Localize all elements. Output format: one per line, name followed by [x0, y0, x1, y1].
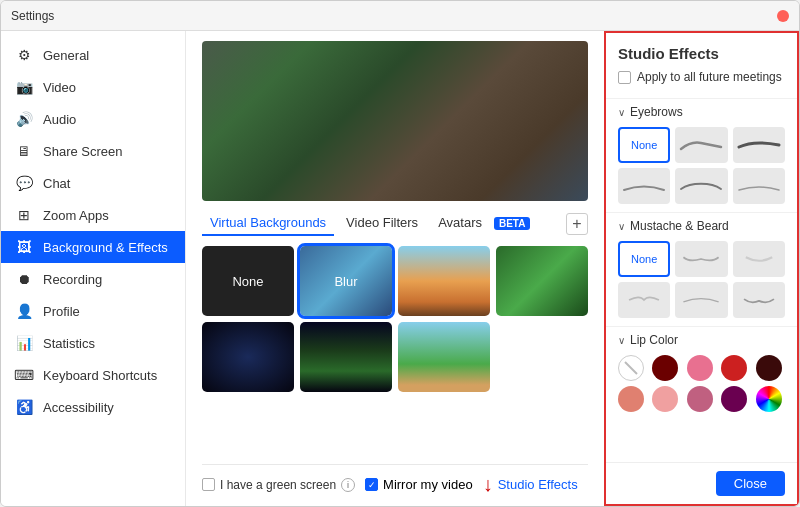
- lip-color-red[interactable]: [721, 355, 747, 381]
- mirror-text: Mirror my video: [383, 477, 473, 492]
- sidebar-label-audio: Audio: [43, 112, 76, 127]
- eyebrow-style-1[interactable]: [675, 127, 727, 163]
- titlebar: Settings ✕: [1, 1, 799, 31]
- mustache-style-3[interactable]: [618, 282, 670, 318]
- sidebar-label-recording: Recording: [43, 272, 102, 287]
- bottom-bar: I have a green screen i ✓ Mirror my vide…: [202, 464, 588, 496]
- lip-color-lightpink[interactable]: [652, 386, 678, 412]
- window-close-button[interactable]: ✕: [777, 10, 789, 22]
- sidebar-label-background-effects: Background & Effects: [43, 240, 168, 255]
- green-screen-label[interactable]: I have a green screen i: [202, 478, 355, 492]
- mustache-style-5[interactable]: [733, 282, 785, 318]
- eyebrow-svg-5: [734, 178, 784, 194]
- eyebrow-style-4[interactable]: [675, 168, 727, 204]
- background-effects-icon: 🖼: [15, 238, 33, 256]
- eyebrow-svg-1: [676, 137, 726, 153]
- lip-color-salmon[interactable]: [618, 386, 644, 412]
- lip-color-none[interactable]: [618, 355, 644, 381]
- mustache-svg-2: [737, 249, 781, 269]
- accessibility-icon: ♿: [15, 398, 33, 416]
- bg-tile-beach[interactable]: [398, 322, 490, 392]
- mustache-svg-3: [622, 290, 666, 310]
- lip-color-rainbow[interactable]: [756, 386, 782, 412]
- bg-tile-golden-gate[interactable]: [398, 246, 490, 316]
- mustache-svg-5: [737, 290, 781, 310]
- beta-badge: BETA: [494, 217, 530, 230]
- apply-row: Apply to all future meetings: [618, 70, 785, 84]
- mustache-none[interactable]: None: [618, 241, 670, 277]
- mirror-row[interactable]: ✓ Mirror my video: [365, 477, 473, 492]
- sidebar-item-share-screen[interactable]: 🖥Share Screen: [1, 135, 185, 167]
- sidebar-item-chat[interactable]: 💬Chat: [1, 167, 185, 199]
- sidebar-item-keyboard-shortcuts[interactable]: ⌨Keyboard Shortcuts: [1, 359, 185, 391]
- sidebar-label-general: General: [43, 48, 89, 63]
- eyebrows-grid: None: [606, 123, 797, 212]
- sidebar-label-statistics: Statistics: [43, 336, 95, 351]
- video-icon: 📷: [15, 78, 33, 96]
- eyebrow-style-3[interactable]: [618, 168, 670, 204]
- eyebrows-section-header[interactable]: ∨ Eyebrows: [606, 98, 797, 123]
- lip-none-icon: [622, 359, 640, 377]
- share-screen-icon: 🖥: [15, 142, 33, 160]
- lip-color-darkmaroon[interactable]: [756, 355, 782, 381]
- sidebar-item-statistics[interactable]: 📊Statistics: [1, 327, 185, 359]
- mustache-label: Mustache & Beard: [630, 219, 729, 233]
- center-panel: Virtual BackgroundsVideo FiltersAvatarsB…: [186, 31, 604, 506]
- lip-color-section-header[interactable]: ∨ Lip Color: [606, 326, 797, 351]
- sidebar-item-profile[interactable]: 👤Profile: [1, 295, 185, 327]
- sidebar-item-zoom-apps[interactable]: ⊞Zoom Apps: [1, 199, 185, 231]
- lip-color-mauve[interactable]: [687, 386, 713, 412]
- mustache-style-4[interactable]: [675, 282, 727, 318]
- sidebar-item-background-effects[interactable]: 🖼Background & Effects: [1, 231, 185, 263]
- info-icon[interactable]: i: [341, 478, 355, 492]
- zoom-apps-icon: ⊞: [15, 206, 33, 224]
- bg-tile-none[interactable]: None: [202, 246, 294, 316]
- lip-color-darkred[interactable]: [652, 355, 678, 381]
- mustache-style-2[interactable]: [733, 241, 785, 277]
- mirror-checkbox[interactable]: ✓: [365, 478, 378, 491]
- sidebar: ⚙General📷Video🔊Audio🖥Share Screen💬Chat⊞Z…: [1, 31, 186, 506]
- arrow-down-icon: ↓: [483, 473, 493, 496]
- lip-color-pink[interactable]: [687, 355, 713, 381]
- close-panel-button[interactable]: Close: [716, 471, 785, 496]
- chat-icon: 💬: [15, 174, 33, 192]
- apply-label: Apply to all future meetings: [637, 70, 782, 84]
- sidebar-item-general[interactable]: ⚙General: [1, 39, 185, 71]
- sidebar-item-audio[interactable]: 🔊Audio: [1, 103, 185, 135]
- studio-effects-link[interactable]: ↓ Studio Effects: [483, 473, 578, 496]
- sidebar-label-video: Video: [43, 80, 76, 95]
- mustache-section-header[interactable]: ∨ Mustache & Beard: [606, 212, 797, 237]
- recording-icon: ⏺: [15, 270, 33, 288]
- eyebrows-chevron-icon: ∨: [618, 107, 625, 118]
- lip-color-label: Lip Color: [630, 333, 678, 347]
- sidebar-item-video[interactable]: 📷Video: [1, 71, 185, 103]
- eyebrow-svg-4: [676, 178, 726, 194]
- mustache-svg-1: [679, 249, 723, 269]
- window-title: Settings: [11, 9, 54, 23]
- green-screen-checkbox[interactable]: [202, 478, 215, 491]
- eyebrows-label: Eyebrows: [630, 105, 683, 119]
- tab-avatars[interactable]: Avatars: [430, 211, 490, 236]
- add-background-button[interactable]: +: [566, 213, 588, 235]
- settings-window: Settings ✕ ⚙General📷Video🔊Audio🖥Share Sc…: [0, 0, 800, 507]
- sidebar-label-chat: Chat: [43, 176, 70, 191]
- keyboard-shortcuts-icon: ⌨: [15, 366, 33, 384]
- tab-video-filters[interactable]: Video Filters: [338, 211, 426, 236]
- svg-line-0: [625, 362, 637, 374]
- sidebar-item-accessibility[interactable]: ♿Accessibility: [1, 391, 185, 423]
- bg-tile-space[interactable]: [202, 322, 294, 392]
- bg-tile-aurora[interactable]: [300, 322, 392, 392]
- bg-tile-forest[interactable]: [496, 246, 588, 316]
- video-preview: [202, 41, 588, 201]
- mustache-style-1[interactable]: [675, 241, 727, 277]
- bg-tile-blur[interactable]: Blur: [300, 246, 392, 316]
- eyebrow-none[interactable]: None: [618, 127, 670, 163]
- tab-virtual-backgrounds[interactable]: Virtual Backgrounds: [202, 211, 334, 236]
- sidebar-item-recording[interactable]: ⏺Recording: [1, 263, 185, 295]
- apply-checkbox[interactable]: [618, 71, 631, 84]
- bg-none-label: None: [232, 274, 263, 289]
- eyebrow-style-5[interactable]: [733, 168, 785, 204]
- lip-color-purple[interactable]: [721, 386, 747, 412]
- eyebrow-style-2[interactable]: [733, 127, 785, 163]
- studio-title: Studio Effects: [618, 45, 785, 62]
